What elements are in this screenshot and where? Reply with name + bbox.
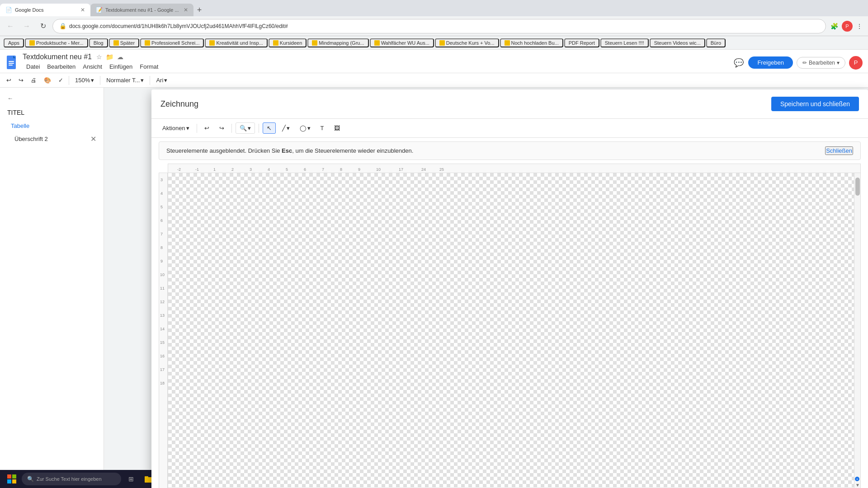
- produktsuche-bookmark[interactable]: Produktsuche - Mer...: [25, 38, 88, 47]
- sidebar-item-heading2[interactable]: Überschrift 2 ✕: [0, 132, 104, 146]
- deutsche-kurs-bookmark[interactable]: Deutsche Kurs + Vo...: [435, 38, 499, 47]
- shape-tool-button[interactable]: ◯ ▾: [296, 123, 314, 133]
- menu-button[interactable]: ⋮: [854, 21, 864, 32]
- tab-2[interactable]: 📝 Textdokument neu #1 - Google ... ✕: [90, 4, 193, 16]
- mindmapping-label: Mindmapping (Gru...: [319, 40, 364, 46]
- share-button[interactable]: Freigeben: [748, 56, 793, 69]
- docs-document-title[interactable]: Textdokument neu #1: [23, 53, 92, 61]
- back-button[interactable]: ←: [4, 19, 17, 33]
- menu-format[interactable]: Format: [136, 61, 162, 73]
- line-tool-button[interactable]: ╱ ▾: [278, 123, 293, 133]
- profile-button[interactable]: P: [842, 21, 853, 32]
- drawing-save-button[interactable]: Speichern und schließen: [771, 97, 859, 111]
- print-button[interactable]: 🖨: [28, 75, 39, 85]
- undo-button[interactable]: ↩: [4, 75, 14, 85]
- sidebar-back[interactable]: ←: [0, 91, 104, 105]
- wahlfächer-bookmark[interactable]: Wahlfächer WU Aus...: [370, 38, 434, 47]
- drawing-notification-bar: Steuerelemente ausgeblendet. Drücken Sie…: [159, 141, 861, 160]
- redo-button[interactable]: ↪: [16, 75, 26, 85]
- scroll-track-right[interactable]: ▼ +: [854, 173, 861, 488]
- browser-toolbar: ← → ↻ 🔒 docs.google.com/document/d/1hUH8…: [0, 16, 868, 36]
- drawing-canvas[interactable]: [168, 173, 854, 488]
- select-tool-button[interactable]: ↖: [263, 122, 276, 134]
- address-bar[interactable]: 🔒 docs.google.com/document/d/1hUH8k6h7Lb…: [52, 19, 826, 33]
- menu-einfügen[interactable]: Einfügen: [106, 61, 136, 73]
- style-dropdown[interactable]: Normaler T... ▾: [103, 75, 147, 85]
- scroll-add-icon[interactable]: +: [855, 477, 859, 481]
- textbox-icon: T: [321, 125, 324, 131]
- avatar[interactable]: P: [849, 56, 863, 70]
- image-tool-button[interactable]: 🖼: [330, 123, 344, 133]
- new-tab-button[interactable]: +: [193, 4, 206, 16]
- tab-1-close[interactable]: ✕: [80, 7, 85, 13]
- drawing-toolbar: Aktionen ▾ ↩ ↪ 🔍 ▾ ↖ ╱ ▾: [151, 119, 868, 138]
- font-value: Ari: [156, 77, 163, 84]
- hochladen-bookmark[interactable]: Noch hochladen Bu...: [500, 38, 563, 47]
- extensions-button[interactable]: 🧩: [829, 21, 840, 32]
- taskbar-search[interactable]: 🔍 Zur Suche Text hier eingeben: [22, 473, 121, 485]
- folder-icon-5: [273, 40, 278, 46]
- folder-button[interactable]: 📁: [105, 52, 114, 61]
- sidebar-heading2-close[interactable]: ✕: [90, 135, 96, 143]
- menu-bearbeiten[interactable]: Bearbeiten: [43, 61, 79, 73]
- sidebar-item-tabelle[interactable]: Tabelle: [0, 120, 104, 132]
- actions-menu-button[interactable]: Aktionen ▾: [159, 123, 193, 133]
- zoom-chevron-icon: ▾: [91, 77, 94, 84]
- forward-button[interactable]: →: [20, 19, 33, 33]
- folder-icon-7: [374, 40, 380, 46]
- pdf-label: PDF Report: [569, 40, 595, 46]
- hochladen-label: Noch hochladen Bu...: [511, 40, 559, 46]
- später-bookmark[interactable]: Später: [109, 38, 139, 47]
- büro-bookmark[interactable]: Büro: [706, 38, 726, 47]
- start-button[interactable]: [4, 471, 20, 487]
- mindmapping-bookmark[interactable]: Mindmapping (Gru...: [307, 38, 368, 47]
- notification-close-button[interactable]: Schließen: [825, 146, 853, 155]
- reload-button[interactable]: ↻: [36, 19, 50, 33]
- edit-mode-button[interactable]: ✏ Bearbeiten ▾: [797, 57, 845, 69]
- cloud-button[interactable]: ☁: [116, 52, 124, 61]
- shape-chevron-icon: ▾: [307, 125, 311, 131]
- star-button[interactable]: ☆: [95, 52, 103, 61]
- drawing-zoom-group: 🔍 ▾: [236, 122, 255, 134]
- horizontal-ruler: -2 -1 1 2 3 4 5 6 7 8 9 10 17 24 25: [168, 164, 861, 173]
- zoom-dropdown[interactable]: 150% ▾: [72, 75, 97, 85]
- sidebar-item-title[interactable]: TITEL: [0, 105, 104, 120]
- professionell-bookmark[interactable]: Professionell Schrei...: [140, 38, 204, 47]
- folder-icon-3: [145, 40, 150, 46]
- comments-button[interactable]: 💬: [733, 57, 745, 69]
- tab-2-title: Textdokument neu #1 - Google ...: [105, 7, 179, 13]
- tab-1[interactable]: 📄 Google Docs ✕: [0, 4, 90, 16]
- produktsuche-label: Produktsuche - Mer...: [36, 40, 84, 46]
- scroll-thumb-right[interactable]: [855, 178, 860, 196]
- cursor-icon: ↖: [267, 125, 272, 131]
- menu-ansicht[interactable]: Ansicht: [79, 61, 106, 73]
- steuern-lesen-bookmark[interactable]: Steuern Lesen !!!!: [600, 38, 649, 47]
- kreativität-bookmark[interactable]: Kreativität und Insp...: [205, 38, 267, 47]
- svg-rect-3: [9, 63, 14, 64]
- scroll-down-icon[interactable]: ▼: [855, 483, 860, 488]
- task-view-button[interactable]: ⊞: [123, 471, 139, 487]
- drawing-zoom-button[interactable]: 🔍 ▾: [236, 123, 255, 133]
- steuern-videos-bookmark[interactable]: Steuern Videos wic...: [650, 38, 705, 47]
- pdf-report-bookmark[interactable]: PDF Report: [564, 38, 599, 47]
- textbox-tool-button[interactable]: T: [317, 123, 328, 133]
- folder-icon-6: [312, 40, 317, 46]
- tab-bar: 📄 Google Docs ✕ 📝 Textdokument neu #1 - …: [0, 0, 868, 16]
- blog-bookmark[interactable]: Blog: [89, 38, 108, 47]
- drawing-undo-button[interactable]: ↩: [201, 123, 213, 133]
- browser-chrome: 📄 Google Docs ✕ 📝 Textdokument neu #1 - …: [0, 0, 868, 36]
- tab-2-close[interactable]: ✕: [184, 7, 188, 13]
- drawing-redo-button[interactable]: ↪: [216, 123, 228, 133]
- paint-format-button[interactable]: 🎨: [41, 75, 54, 85]
- image-icon: 🖼: [334, 125, 340, 131]
- back-arrow-icon: ←: [7, 95, 13, 102]
- menu-datei[interactable]: Datei: [23, 61, 43, 73]
- kreativität-label: Kreativität und Insp...: [216, 40, 263, 46]
- kursideen-bookmark[interactable]: Kursideen: [269, 38, 307, 47]
- folder-icon-8: [439, 40, 445, 46]
- apps-bookmark[interactable]: Apps: [4, 38, 24, 47]
- docs-toolbar: ↩ ↪ 🖨 🎨 ✓ 150% ▾ Normaler T... ▾ Ari ▾: [0, 73, 868, 88]
- drawing-dialog: Zeichnung Speichern und schließen Aktion…: [151, 89, 868, 488]
- font-dropdown[interactable]: Ari ▾: [153, 75, 170, 85]
- spell-check-button[interactable]: ✓: [56, 75, 66, 85]
